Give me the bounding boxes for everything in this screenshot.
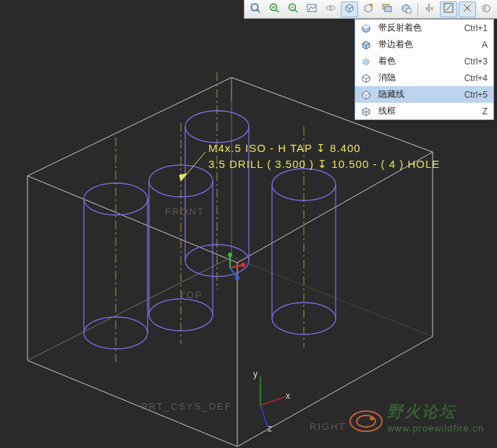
zoom-in-icon [268, 2, 280, 17]
menu-item-label: 着色 [378, 55, 457, 67]
svg-text:x: x [430, 5, 433, 12]
svg-rect-58 [385, 7, 391, 12]
datum-point-icon [462, 2, 473, 17]
zoom-in-button[interactable] [266, 1, 283, 17]
svg-rect-59 [407, 9, 411, 13]
cube-shaded-edge-icon [358, 39, 374, 51]
zoom-fit-button[interactable] [247, 1, 264, 17]
display-style-button[interactable] [341, 1, 358, 17]
svg-rect-53 [307, 4, 316, 12]
menu-item-shortcut: Ctrl+5 [464, 90, 488, 100]
view-manager-icon [400, 2, 412, 17]
view-toolbar: xx [244, 0, 497, 19]
cube-shaded-icon [358, 56, 374, 67]
svg-point-55 [329, 7, 332, 9]
svg-line-3 [237, 337, 433, 447]
display-style-menu: 带反射着色Ctrl+1带边着色A着色Ctrl+3消隐Ctrl+4隐藏线Ctrl+… [354, 19, 494, 120]
menu-item-cube-hidden[interactable]: 消隐Ctrl+4 [355, 69, 493, 86]
menu-item-cube-wireframe[interactable]: 线框Z [355, 103, 493, 119]
menu-item-label: 线框 [378, 105, 475, 117]
cube-hidden-icon [358, 72, 374, 84]
svg-line-8 [231, 257, 433, 337]
half-icon [480, 2, 492, 17]
svg-line-64 [446, 5, 451, 11]
menu-item-shortcut: Ctrl+1 [464, 23, 488, 33]
cube-wireframe-icon [358, 106, 374, 117]
menu-item-cube-hidden-line[interactable]: 隐藏线Ctrl+5 [355, 86, 493, 103]
svg-point-56 [370, 3, 373, 7]
menu-item-cube-shaded[interactable]: 着色Ctrl+3 [355, 53, 493, 69]
display-style-icon [344, 2, 355, 17]
layers-icon [381, 2, 393, 17]
svg-line-33 [260, 405, 268, 427]
cube-shaded-reflect-icon [358, 22, 374, 34]
svg-point-67 [467, 7, 469, 9]
zoom-fit-icon [250, 2, 261, 17]
spin-icon [325, 2, 336, 17]
cube-hidden-line-icon [358, 89, 374, 101]
zoom-out-button[interactable] [284, 1, 302, 17]
svg-point-38 [228, 253, 232, 257]
repaint-button[interactable] [303, 1, 320, 17]
repaint-icon [306, 2, 318, 17]
toolbar-separator [417, 3, 418, 16]
saved-views-icon [362, 2, 374, 17]
svg-point-39 [235, 276, 239, 280]
layers-button[interactable] [378, 1, 396, 17]
view-manager-button[interactable] [397, 1, 415, 17]
svg-line-51 [294, 9, 297, 12]
svg-line-2 [27, 360, 237, 447]
menu-item-shortcut: Z [483, 106, 488, 117]
zoom-out-icon [287, 2, 299, 17]
svg-line-47 [276, 9, 279, 12]
spin-button[interactable] [322, 1, 339, 17]
saved-views-button[interactable] [360, 1, 377, 17]
datum-point-button[interactable] [459, 1, 476, 17]
half-button[interactable] [477, 1, 495, 17]
svg-line-7 [27, 257, 231, 360]
svg-point-37 [241, 263, 245, 267]
menu-item-label: 带边着色 [378, 38, 475, 51]
menu-item-shortcut: A [482, 40, 488, 50]
menu-item-shortcut: Ctrl+3 [464, 56, 488, 67]
datum-plane-button[interactable]: xx [421, 1, 438, 17]
svg-line-31 [260, 397, 286, 405]
menu-item-shortcut: Ctrl+4 [464, 73, 488, 83]
datum-axis-icon [443, 2, 454, 17]
menu-item-cube-shaded-edge[interactable]: 带边着色A [355, 36, 493, 53]
datum-axis-button[interactable] [440, 1, 457, 17]
menu-item-label: 消隐 [378, 72, 457, 84]
menu-item-label: 带反射着色 [378, 22, 457, 34]
menu-item-label: 隐藏线 [378, 88, 457, 101]
svg-text:x: x [425, 5, 428, 12]
menu-item-cube-shaded-reflect[interactable]: 带反射着色Ctrl+1 [355, 20, 493, 36]
datum-plane-icon: xx [424, 2, 436, 17]
